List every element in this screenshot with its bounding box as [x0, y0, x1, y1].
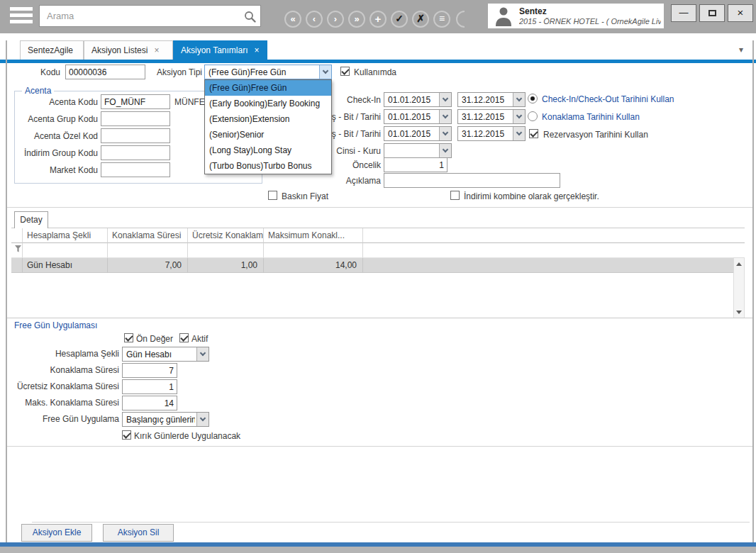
section-divider	[7, 207, 752, 208]
grid-col-hesaplama[interactable]: Hesaplama Şekli	[23, 228, 108, 243]
filter-cell[interactable]	[108, 243, 188, 258]
aksiyon-ekle-button[interactable]: Aksiyon Ekle	[21, 524, 92, 542]
nav-next-button[interactable]: ›	[327, 11, 344, 28]
search-input[interactable]	[40, 6, 260, 26]
fg-ucretsiz-input[interactable]	[122, 379, 177, 394]
aksiyon-tipi-combobox[interactable]: (Free Gün)Free Gün	[204, 65, 332, 79]
user-panel[interactable]: Sentez 2015 - ÖRNEK HOTEL - ( OrnekAgile…	[488, 4, 664, 28]
kirik-gunler-label[interactable]: Kırık Günlerde Uygulanacak	[134, 431, 240, 441]
dropdown-option-senior[interactable]: (Senior)Senior	[205, 127, 331, 143]
filter-cell[interactable]	[188, 243, 264, 258]
cinsi-kuru-combobox[interactable]	[384, 143, 452, 158]
nav-prev-button[interactable]: ‹	[306, 11, 323, 28]
aksiyon-tipi-dropdown-button[interactable]	[319, 65, 331, 79]
dropdown-option-turbo-bonus[interactable]: (Turbo Bonus)Turbo Bonus	[205, 158, 331, 174]
dropdown-button[interactable]	[196, 413, 209, 426]
kombine-label[interactable]: İndirimi kombine olarak gerçekleştir.	[464, 191, 599, 201]
chevron-down-icon	[443, 113, 448, 118]
on-deger-label[interactable]: Ön Değer	[136, 334, 173, 344]
konaklama-tarihi-radio[interactable]	[528, 111, 538, 121]
cell-filler	[363, 258, 745, 273]
checkin-checkout-radio-label[interactable]: Check-In/Check-Out Tarihini Kullan	[542, 94, 674, 104]
kodu-input[interactable]	[65, 65, 145, 79]
grid-vertical-scrollbar[interactable]	[733, 257, 745, 318]
grid-col-konaklama[interactable]: Konaklama Süresi	[108, 228, 188, 243]
check-in-to-datepicker[interactable]: 31.12.2015	[457, 92, 526, 107]
hamburger-menu-icon[interactable]	[10, 7, 33, 26]
acenta-grup-kodu-input[interactable]	[101, 111, 170, 126]
tab-close-icon[interactable]: ×	[154, 45, 159, 55]
konaklama-tarihi-radio-label[interactable]: Konaklama Tarihini Kullan	[542, 112, 640, 122]
aciklama-input[interactable]	[384, 173, 560, 188]
tab-list-dropdown-icon[interactable]: ▾	[739, 45, 743, 55]
scroll-up-icon[interactable]	[734, 259, 744, 269]
dropdown-button[interactable]	[513, 127, 525, 140]
kullanimda-checkbox[interactable]	[340, 67, 350, 76]
filter-icon-cell	[11, 243, 23, 258]
dropdown-button[interactable]	[513, 110, 525, 123]
kirik-gunler-checkbox[interactable]	[122, 430, 131, 440]
filter-cell[interactable]	[264, 243, 363, 258]
aksiyon-sil-button[interactable]: Aksiyon Sil	[103, 524, 174, 542]
aktif-checkbox[interactable]	[179, 333, 189, 342]
tab-close-icon[interactable]: ×	[254, 45, 259, 55]
grid-col-ucretsiz[interactable]: Ücretsiz Konaklam...	[188, 228, 264, 243]
rezervasyon-tarihi-checkbox[interactable]	[529, 129, 538, 138]
maximize-button[interactable]	[699, 4, 725, 22]
baskin-fiyat-label[interactable]: Baskın Fiyat	[282, 191, 328, 201]
nav-last-button[interactable]: »	[348, 11, 365, 28]
fg-uygulama-combobox[interactable]: Başlangıç günlerinde	[122, 412, 209, 427]
acenta-ozel-kod-input[interactable]	[101, 128, 170, 143]
filter-cell[interactable]	[23, 243, 108, 258]
fg-hesaplama-combobox[interactable]: Gün Hesabı	[122, 347, 209, 362]
indirim-group-kodu-input[interactable]	[101, 145, 170, 160]
bas-bit2-to-datepicker[interactable]: 31.12.2015	[457, 126, 526, 141]
cell-ucretsiz: 1,00	[188, 258, 264, 273]
dropdown-button[interactable]	[439, 127, 451, 140]
tab-sentezagile[interactable]: SentezAgile	[20, 40, 84, 60]
tab-aksiyon-listesi[interactable]: Aksiyon Listesi ×	[84, 40, 173, 60]
grid-col-maksimum[interactable]: Maksimum Konakl...	[264, 228, 363, 243]
tab-aksiyon-tanimlari[interactable]: Aksiyon Tanımları ×	[173, 40, 267, 60]
dropdown-button[interactable]	[439, 93, 451, 106]
tab-detay[interactable]: Detay	[14, 211, 48, 228]
confirm-button[interactable]: ✓	[391, 11, 408, 28]
aktif-label[interactable]: Aktif	[191, 334, 208, 344]
bas-bit2-from-datepicker[interactable]: 01.01.2015	[384, 126, 452, 141]
market-kodu-label: Market Kodu	[14, 165, 98, 175]
search-icon	[244, 11, 256, 25]
oncelik-input[interactable]	[384, 157, 448, 172]
minimize-button[interactable]: —	[671, 4, 696, 22]
tab-label: Aksiyon Listesi	[91, 45, 148, 55]
check-in-from-datepicker[interactable]: 01.01.2015	[384, 92, 452, 107]
nav-first-button[interactable]: «	[284, 11, 301, 28]
dropdown-option-extension[interactable]: (Extension)Extension	[205, 111, 331, 127]
rezervasyon-tarihi-checkbox-label[interactable]: Rezervasyon Tarihini Kullan	[543, 130, 648, 140]
kombine-checkbox[interactable]	[450, 191, 460, 200]
list-menu-button[interactable]: ≡	[433, 11, 450, 28]
bas-bit-to-datepicker[interactable]: 31.12.2015	[457, 109, 526, 124]
scroll-down-icon[interactable]	[734, 307, 744, 317]
checkin-checkout-radio[interactable]	[528, 94, 538, 104]
fg-maks-input[interactable]	[122, 396, 177, 410]
close-button[interactable]: ×	[728, 4, 753, 22]
cancel-button[interactable]: ✗	[412, 11, 429, 28]
acenta-kodu-input[interactable]	[101, 94, 170, 109]
dropdown-button[interactable]	[196, 347, 209, 361]
detay-grid: Hesaplama Şekli Konaklama Süresi Ücretsi…	[11, 228, 745, 318]
dropdown-button[interactable]	[439, 110, 451, 123]
bas-bit-from-datepicker[interactable]: 01.01.2015	[384, 109, 452, 124]
dropdown-button[interactable]	[439, 144, 451, 157]
partially-hidden-button[interactable]	[456, 11, 465, 28]
kullanimda-label[interactable]: Kullanımda	[354, 67, 396, 77]
market-kodu-input[interactable]	[101, 162, 170, 177]
fg-konaklama-input[interactable]	[122, 363, 177, 378]
add-button[interactable]: +	[369, 11, 387, 28]
dropdown-option-free-gun[interactable]: (Free Gün)Free Gün	[205, 80, 331, 96]
dropdown-option-long-stay[interactable]: (Long Stay)Long Stay	[205, 143, 331, 158]
dropdown-option-early-booking[interactable]: (Early Booking)Early Booking	[205, 96, 331, 111]
baskin-fiyat-checkbox[interactable]	[268, 191, 277, 200]
on-deger-checkbox[interactable]	[124, 333, 133, 342]
filter-cell	[363, 243, 745, 258]
dropdown-button[interactable]	[513, 93, 525, 106]
